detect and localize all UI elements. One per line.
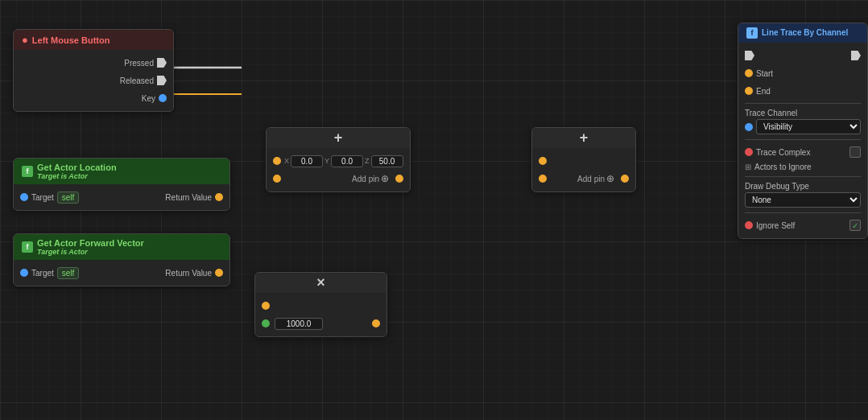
add-vector-z-label: Z: [365, 157, 370, 165]
line-trace-ignore-self-checkbox[interactable]: [849, 220, 861, 231]
add-pin-output-pin[interactable]: [621, 175, 629, 183]
get-actor-location-return-pin[interactable]: [215, 193, 223, 201]
line-trace-body: Start End Trace Channel Visibility Camer…: [738, 43, 867, 238]
get-actor-location-target-label: Target: [31, 193, 54, 202]
node-input-event: ● Left Mouse Button Pressed Released Key: [13, 29, 174, 112]
get-actor-location-subtitle: Target is Actor: [37, 172, 117, 180]
line-trace-end-row: End: [745, 82, 861, 100]
get-actor-forward-f-icon: f: [22, 241, 33, 253]
add-pin-body: Add pin ⊕: [532, 148, 635, 191]
get-actor-forward-target-row: Target self Return Value: [20, 264, 223, 282]
get-actor-location-title: Get Actor Location: [37, 163, 117, 172]
multiply-input1-row: [262, 297, 380, 315]
line-trace-ignore-self-label: Ignore Self: [756, 221, 795, 230]
line-trace-exec-out-pin[interactable]: [851, 51, 861, 60]
released-row: Released: [20, 72, 167, 89]
add-vector-y-label: Y: [324, 157, 329, 165]
input-event-icon: ●: [22, 34, 28, 46]
line-trace-header: f Line Trace By Channel: [738, 23, 867, 43]
add-pin-title: +: [580, 130, 589, 146]
line-trace-complex-checkbox[interactable]: [849, 146, 861, 158]
multiply-title: ×: [316, 274, 325, 291]
line-trace-divider2: [745, 139, 861, 140]
key-pin[interactable]: [159, 94, 167, 102]
get-actor-location-f-icon: f: [22, 166, 33, 177]
line-trace-divider4: [745, 212, 861, 213]
line-trace-trace-channel-group: Trace Channel Visibility Camera: [745, 107, 861, 136]
get-actor-location-target-row: Target self Return Value: [20, 188, 223, 206]
add-vector-z-input[interactable]: [371, 155, 403, 167]
get-actor-location-target-pin[interactable]: [20, 193, 28, 201]
line-trace-debug-select[interactable]: None ForOneFrame ForDuration Persistent: [745, 192, 861, 208]
pressed-row: Pressed: [20, 54, 167, 72]
add-pin-input2-pin[interactable]: [539, 175, 547, 183]
line-trace-actors-row: ⊞ Actors to Ignore: [745, 161, 861, 173]
add-vector-xyz-group: X Y Z: [284, 155, 403, 167]
add-vector-input1-row: X Y Z: [273, 152, 403, 170]
multiply-input2-row: [262, 315, 380, 332]
add-vector-x-input[interactable]: [291, 155, 323, 167]
add-vector-input2-pin[interactable]: [273, 175, 281, 183]
get-actor-forward-subtitle: Target is Actor: [37, 248, 144, 256]
get-actor-forward-header: f Get Actor Forward Vector Target is Act…: [14, 234, 229, 260]
line-trace-start-pin[interactable]: [745, 69, 753, 77]
multiply-header: ×: [255, 273, 386, 293]
line-trace-divider1: [745, 103, 861, 104]
pressed-label: Pressed: [124, 59, 154, 68]
multiply-input2-pin[interactable]: [262, 319, 270, 327]
released-exec-pin[interactable]: [157, 76, 167, 85]
add-pin-header: +: [532, 128, 635, 148]
add-vector-add-pin-icon: ⊕: [381, 173, 389, 184]
node-add-pin: + Add pin ⊕: [531, 127, 636, 192]
get-actor-location-header: f Get Actor Location Target is Actor: [14, 159, 229, 184]
add-vector-add-pin-btn[interactable]: Add pin ⊕: [352, 173, 389, 184]
add-vector-x-label: X: [284, 157, 289, 165]
line-trace-channel-pin[interactable]: [745, 123, 753, 131]
add-vector-input2-row: Add pin ⊕: [273, 170, 403, 187]
line-trace-end-pin[interactable]: [745, 87, 753, 95]
line-trace-ignore-self-pin[interactable]: [745, 221, 753, 229]
get-actor-forward-return-pin[interactable]: [215, 269, 223, 277]
multiply-value-input[interactable]: [275, 318, 323, 330]
line-trace-divider3: [745, 176, 861, 177]
get-actor-forward-return-label: Return Value: [165, 269, 212, 278]
get-actor-location-return-label: Return Value: [165, 193, 212, 202]
add-pin-input1-pin[interactable]: [539, 157, 547, 165]
add-pin-plus-icon: ⊕: [606, 173, 614, 184]
get-actor-forward-target-pin[interactable]: [20, 269, 28, 277]
line-trace-title-group: Line Trace By Channel: [762, 28, 848, 38]
add-vector-output-pin[interactable]: [395, 175, 403, 183]
add-vector-y-input[interactable]: [331, 155, 363, 167]
get-actor-forward-self-badge[interactable]: self: [57, 267, 80, 279]
get-actor-location-self-badge[interactable]: self: [57, 191, 80, 204]
node-get-actor-location: f Get Actor Location Target is Actor Tar…: [13, 158, 230, 211]
add-vector-input1-pin[interactable]: [273, 157, 281, 165]
line-trace-complex-row: Trace Complex: [745, 143, 861, 161]
key-label: Key: [142, 94, 155, 103]
line-trace-debug-group: Draw Debug Type None ForOneFrame ForDura…: [745, 180, 861, 209]
get-actor-forward-title: Get Actor Forward Vector: [37, 238, 144, 248]
add-pin-add-label: Add pin: [577, 175, 605, 183]
multiply-body: [255, 293, 386, 336]
get-actor-forward-title-group: Get Actor Forward Vector Target is Actor: [37, 238, 144, 256]
node-add-vector: + X Y Z Add pin ⊕: [266, 127, 411, 192]
line-trace-end-label: End: [756, 87, 771, 96]
line-trace-exec-in-pin[interactable]: [745, 51, 754, 60]
actors-to-ignore-label: Actors to Ignore: [754, 163, 812, 171]
line-trace-f-icon: f: [746, 27, 758, 39]
add-vector-header: +: [267, 128, 410, 148]
pressed-exec-pin[interactable]: [157, 58, 167, 68]
line-trace-ignore-self-row: Ignore Self: [745, 216, 861, 234]
add-pin-add-pin-btn[interactable]: Add pin ⊕: [577, 173, 614, 184]
line-trace-start-row: Start: [745, 64, 861, 82]
line-trace-complex-pin[interactable]: [745, 148, 753, 156]
add-vector-title: +: [334, 130, 343, 146]
grid-icon: ⊞: [745, 163, 751, 171]
line-trace-channel-select[interactable]: Visibility Camera: [756, 119, 861, 134]
input-event-body: Pressed Released Key: [14, 50, 173, 111]
multiply-output-pin[interactable]: [372, 319, 380, 327]
line-trace-channel-select-row: Visibility Camera: [745, 119, 861, 134]
multiply-input1-pin[interactable]: [262, 302, 270, 310]
add-pin-input1-row: [539, 152, 629, 170]
node-multiply: ×: [254, 272, 387, 337]
